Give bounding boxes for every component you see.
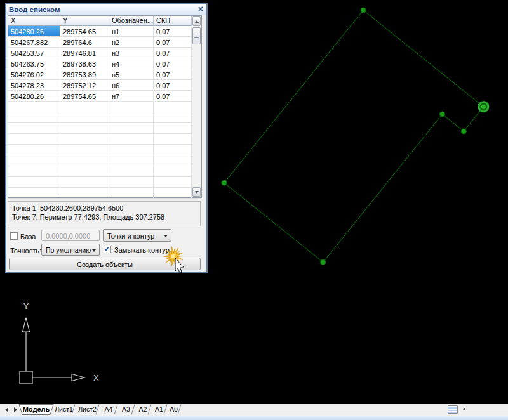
table-scrollbar[interactable]	[192, 16, 201, 197]
table-cell[interactable]	[154, 102, 192, 112]
close-contour-checkbox[interactable]: ✔	[104, 246, 111, 253]
table-row-empty[interactable]	[8, 177, 201, 188]
table-cell[interactable]	[8, 188, 60, 198]
table-cell[interactable]	[8, 145, 60, 155]
table-cell[interactable]	[60, 188, 109, 198]
column-header[interactable]: Y	[60, 16, 109, 26]
table-cell[interactable]	[154, 123, 192, 133]
table-cell[interactable]: 289754.65	[60, 91, 109, 101]
table-cell[interactable]	[109, 166, 154, 176]
dialog-title-bar[interactable]: Ввод списком ×	[6, 4, 206, 15]
table-cell[interactable]	[60, 123, 109, 133]
table-cell[interactable]	[60, 155, 109, 166]
table-cell[interactable]	[109, 145, 154, 155]
table-cell[interactable]	[60, 112, 109, 122]
table-row-empty[interactable]	[8, 155, 201, 166]
table-cell[interactable]	[8, 166, 60, 176]
table-cell[interactable]	[8, 102, 60, 112]
table-row-empty[interactable]	[8, 145, 201, 155]
table-cell[interactable]	[60, 166, 109, 176]
table-cell[interactable]: н2	[109, 37, 154, 47]
vertex-point[interactable]	[361, 8, 366, 13]
table-cell[interactable]: 504280.26	[8, 26, 60, 36]
table-cell[interactable]: 0.07	[154, 91, 192, 101]
vertex-point[interactable]	[222, 180, 227, 185]
table-cell[interactable]: 289738.63	[60, 58, 109, 69]
table-cell[interactable]	[8, 177, 60, 187]
table-cell[interactable]: н1	[109, 26, 154, 36]
table-cell[interactable]: 0.07	[154, 37, 192, 47]
scrollbar-thumb[interactable]	[192, 27, 201, 44]
table-cell[interactable]	[60, 177, 109, 187]
table-row-empty[interactable]	[8, 134, 201, 145]
table-row-empty[interactable]	[8, 112, 201, 123]
column-header[interactable]: СКП	[154, 16, 192, 26]
tab-A3-label[interactable]: A3	[122, 405, 130, 413]
tabs-scroll-right-icon[interactable]	[14, 407, 17, 412]
table-cell[interactable]	[154, 155, 192, 166]
precision-combobox[interactable]: По умолчанию	[41, 244, 100, 256]
table-row-empty[interactable]	[8, 166, 201, 177]
table-row-empty[interactable]	[8, 102, 201, 112]
table-cell[interactable]	[109, 134, 154, 144]
base-point-field[interactable]: 0.0000,0.0000	[41, 230, 100, 241]
column-header[interactable]: Обозначен...	[109, 16, 154, 26]
table-cell[interactable]	[60, 134, 109, 144]
contour-polyline[interactable]	[224, 10, 483, 262]
table-cell[interactable]	[154, 145, 192, 155]
table-cell[interactable]: н5	[109, 69, 154, 79]
column-header[interactable]: X	[8, 16, 60, 26]
table-cell[interactable]: 289753.89	[60, 69, 109, 79]
main-vertex-point[interactable]	[481, 105, 486, 109]
table-cell[interactable]: 504276.02	[8, 69, 60, 79]
table-cell[interactable]	[154, 188, 192, 198]
table-cell[interactable]: н6	[109, 80, 154, 90]
table-cell[interactable]	[8, 134, 60, 144]
table-cell[interactable]	[154, 134, 192, 144]
tab-A4-label[interactable]: A4	[105, 405, 113, 413]
tab-A1-label[interactable]: A1	[155, 405, 163, 413]
table-cell[interactable]: 0.07	[154, 48, 192, 58]
vertex-point[interactable]	[321, 259, 326, 265]
table-cell[interactable]: 0.07	[154, 80, 192, 90]
table-cell[interactable]	[109, 102, 154, 112]
table-cell[interactable]	[109, 177, 154, 187]
base-checkbox[interactable]	[10, 232, 18, 240]
vertex-point[interactable]	[439, 112, 444, 117]
tab-Лист1-label[interactable]: Лист1	[55, 405, 73, 413]
tab-Лист2-label[interactable]: Лист2	[78, 405, 97, 413]
tab-Модель-label[interactable]: Модель	[23, 405, 50, 413]
hscroll-arrow-icon[interactable]	[463, 407, 465, 411]
scroll-up-button[interactable]	[192, 16, 201, 26]
table-cell[interactable]: 289754.65	[60, 26, 109, 36]
table-cell[interactable]: н4	[109, 58, 154, 69]
close-icon[interactable]: ×	[198, 4, 203, 14]
table-cell[interactable]	[8, 123, 60, 133]
table-cell[interactable]: 504280.26	[8, 91, 60, 101]
table-cell[interactable]	[109, 155, 154, 166]
scroll-down-button[interactable]	[192, 187, 201, 197]
tabs-scroll-left-icon[interactable]	[5, 407, 8, 412]
hscroll-thumb[interactable]	[448, 405, 458, 414]
mode-combobox[interactable]: Точки и контур	[103, 229, 171, 242]
table-cell[interactable]	[154, 166, 192, 176]
tab-A2-label[interactable]: A2	[139, 405, 147, 413]
table-cell[interactable]	[154, 177, 192, 187]
table-cell[interactable]: н7	[109, 91, 154, 101]
table-cell[interactable]	[109, 188, 154, 198]
table-cell[interactable]: 504267.882	[8, 37, 60, 47]
table-cell[interactable]: 289746.81	[60, 48, 109, 58]
table-cell[interactable]: 289764.6	[60, 37, 109, 47]
table-cell[interactable]: 0.07	[154, 26, 192, 36]
table-cell[interactable]: 0.07	[154, 58, 192, 69]
table-cell[interactable]: 289752.12	[60, 80, 109, 90]
table-cell[interactable]	[60, 145, 109, 155]
vertex-point[interactable]	[461, 129, 466, 134]
table-row-empty[interactable]	[8, 188, 201, 199]
table-cell[interactable]	[109, 123, 154, 133]
table-cell[interactable]	[109, 112, 154, 122]
table-cell[interactable]	[8, 155, 60, 166]
table-cell[interactable]: 504253.57	[8, 48, 60, 58]
tab-A0-label[interactable]: A0	[170, 405, 178, 413]
table-cell[interactable]: 0.07	[154, 69, 192, 79]
